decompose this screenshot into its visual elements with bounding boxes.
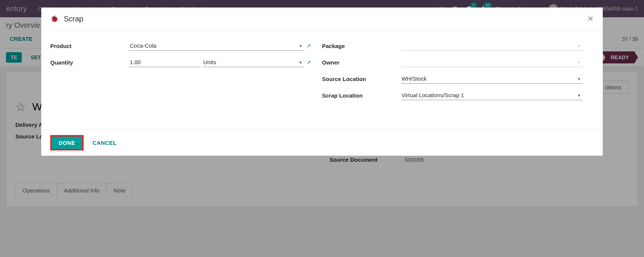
modal-left-col: Product ▼ ↗ Quantity ▼: [50, 41, 322, 107]
close-icon[interactable]: ✕: [587, 14, 594, 23]
bug-icon[interactable]: 🐞: [50, 15, 59, 23]
modal-body: Product ▼ ↗ Quantity ▼: [41, 30, 603, 129]
quantity-input[interactable]: [129, 57, 200, 67]
scrap-modal: 🐞 Scrap ✕ Product ▼ ↗ Quantity: [41, 8, 603, 156]
done-button[interactable]: DONE: [50, 135, 84, 150]
modal-source-location-input[interactable]: [401, 74, 583, 84]
modal-title: Scrap: [64, 15, 83, 23]
owner-input[interactable]: [401, 57, 583, 67]
external-link-icon[interactable]: ↗: [306, 59, 311, 65]
quantity-label: Quantity: [50, 59, 129, 66]
modal-footer: DONE CANCEL: [41, 129, 603, 156]
package-input[interactable]: [401, 41, 583, 51]
modal-right-col: Package ▼ Owner ▼ Source L: [322, 41, 594, 107]
scrap-location-input[interactable]: [401, 90, 583, 100]
product-label: Product: [50, 43, 129, 49]
owner-label: Owner: [322, 59, 401, 66]
scrap-location-label: Scrap Location: [322, 92, 401, 99]
modal-source-location-label: Source Location: [322, 76, 401, 82]
package-label: Package: [322, 43, 401, 49]
external-link-icon[interactable]: ↗: [306, 43, 311, 49]
product-input[interactable]: [129, 41, 304, 51]
quantity-unit-input[interactable]: [203, 57, 304, 67]
cancel-button[interactable]: CANCEL: [88, 137, 121, 149]
modal-header: 🐞 Scrap ✕: [41, 8, 603, 30]
